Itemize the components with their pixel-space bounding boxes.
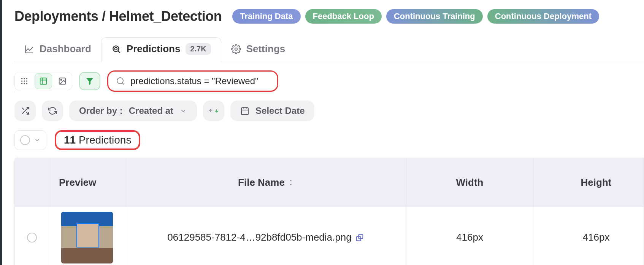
col-width[interactable]: Width (406, 158, 533, 207)
status-pills: Training DataFeedback LoopContinuous Tra… (232, 9, 599, 24)
col-checkbox (15, 158, 49, 207)
arrow-up-icon (208, 107, 213, 115)
chart-line-icon (24, 44, 34, 54)
search-input[interactable] (130, 76, 270, 86)
svg-point-9 (26, 80, 28, 82)
svg-rect-13 (40, 78, 47, 85)
status-pill[interactable]: Feedback Loop (305, 9, 382, 24)
search-icon (116, 77, 125, 86)
order-by-dropdown[interactable]: Order by : Created at (69, 101, 197, 121)
view-table-button[interactable] (35, 73, 52, 89)
tab-predictions[interactable]: Predictions 2.7K (101, 37, 221, 62)
svg-marker-30 (290, 180, 292, 181)
table-header: Preview File Name Width Height (15, 158, 644, 207)
count-label: Predictions (76, 134, 131, 146)
chevron-down-icon (179, 107, 187, 115)
svg-point-11 (24, 83, 25, 85)
select-date-label: Select Date (255, 105, 305, 116)
svg-point-10 (21, 83, 23, 85)
select-all-dropdown[interactable] (14, 130, 46, 150)
svg-point-0 (113, 46, 119, 51)
svg-point-12 (26, 83, 28, 85)
order-by-prefix: Order by : (79, 105, 123, 116)
status-pill[interactable]: Continuous Training (386, 9, 483, 24)
tab-label: Predictions (127, 43, 181, 55)
svg-point-8 (24, 80, 25, 82)
col-filename[interactable]: File Name (125, 158, 406, 207)
breadcrumb[interactable]: Deployments / Helmet_Detection (14, 8, 222, 24)
status-pill[interactable]: Training Data (232, 9, 300, 24)
status-pill[interactable]: Continuous Deployment (487, 9, 599, 24)
refresh-button[interactable] (42, 101, 63, 121)
select-date-button[interactable]: Select Date (230, 101, 314, 121)
svg-rect-26 (241, 108, 248, 115)
row-filename: 06129585-7812-4…92b8fd05b-media.png (125, 207, 406, 265)
tab-dashboard[interactable]: Dashboard (14, 38, 101, 62)
svg-marker-31 (290, 184, 292, 185)
predictions-table: Preview File Name Width Height 06129585-… (14, 158, 644, 265)
view-mode-group (14, 72, 72, 90)
svg-point-7 (21, 80, 23, 82)
tab-label: Settings (246, 43, 286, 55)
thumbnail-image (61, 212, 113, 263)
open-external-icon[interactable] (355, 233, 364, 242)
sort-direction-button[interactable] (203, 101, 224, 121)
row-height: 416px (533, 207, 644, 265)
gear-icon (231, 44, 241, 54)
col-preview[interactable]: Preview (49, 158, 125, 207)
target-search-icon (111, 44, 121, 54)
search-query-highlighted (107, 70, 278, 92)
table-row[interactable]: 06129585-7812-4…92b8fd05b-media.png 416p… (15, 207, 644, 265)
svg-point-19 (117, 78, 123, 84)
count-number: 11 (64, 134, 76, 146)
svg-point-1 (114, 47, 117, 50)
predictions-count-highlighted: 11 Predictions (55, 130, 140, 150)
view-grid-button[interactable] (15, 72, 34, 90)
svg-point-5 (24, 78, 25, 80)
row-checkbox[interactable] (15, 207, 49, 265)
order-by-field: Created at (129, 105, 173, 116)
tab-label: Dashboard (40, 43, 91, 55)
arrow-down-icon (214, 107, 219, 115)
predictions-count-badge: 2.7K (186, 43, 211, 55)
view-image-button[interactable] (53, 72, 72, 90)
window-left-strip (0, 0, 2, 265)
svg-marker-18 (86, 78, 93, 85)
shuffle-button[interactable] (14, 101, 36, 121)
chevron-down-icon (34, 137, 41, 144)
tab-settings[interactable]: Settings (221, 38, 295, 62)
row-width: 416px (406, 207, 533, 265)
row-preview[interactable] (49, 207, 125, 265)
svg-point-3 (235, 48, 237, 50)
svg-point-17 (60, 79, 62, 80)
filter-button[interactable] (79, 72, 100, 90)
sort-icon (289, 179, 293, 186)
svg-point-4 (21, 78, 23, 80)
tabs: Dashboard Predictions 2.7K Settings (14, 37, 644, 62)
col-height[interactable]: Height (533, 158, 644, 207)
checkbox-empty-icon (20, 135, 30, 145)
svg-point-6 (26, 78, 28, 80)
checkbox-empty-icon (27, 233, 37, 243)
svg-line-2 (118, 51, 120, 53)
svg-line-23 (22, 108, 24, 110)
svg-line-20 (122, 83, 124, 85)
calendar-icon (240, 106, 249, 115)
